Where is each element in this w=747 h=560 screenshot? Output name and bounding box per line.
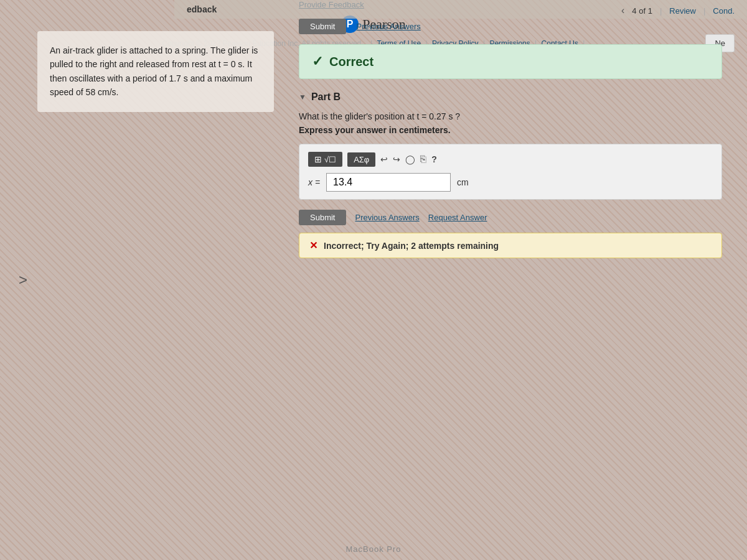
part-b-header: ▼ Part B <box>299 91 722 103</box>
incorrect-text: Incorrect; Try Again; 2 attempts remaini… <box>324 241 499 251</box>
incorrect-banner: ✕ Incorrect; Try Again; 2 attempts remai… <box>299 233 722 258</box>
refresh-icon[interactable]: ◯ <box>405 154 415 164</box>
content-area: Submit Previous Answers ✓ Correct ▼ Part… <box>299 19 722 448</box>
header-text: edback <box>187 4 217 14</box>
nav-separator2: | <box>703 6 705 16</box>
nav-separator: | <box>660 6 662 16</box>
request-answer-link[interactable]: Request Answer <box>428 213 487 222</box>
question-subtext: Express your answer in centimeters. <box>299 125 722 135</box>
math-toolbar: ⊞ √☐ ΑΣφ ↩ ↪ ◯ ⎘ ? <box>308 152 713 167</box>
prev-page-icon[interactable]: ‹ <box>621 5 624 16</box>
top-nav: ‹ 4 of 1 | Review | Cond. <box>621 5 735 16</box>
checkmark-icon: ✓ <box>312 54 323 70</box>
part-b-previous-answers-link[interactable]: Previous Answers <box>355 213 419 222</box>
cond-link[interactable]: Cond. <box>713 6 735 16</box>
answer-unit: cm <box>457 177 469 187</box>
ase-label: ΑΣφ <box>354 155 369 164</box>
part-b-label: Part B <box>311 91 341 103</box>
part-a-submit-button[interactable]: Submit <box>299 19 346 34</box>
keyboard-icon[interactable]: ⎘ <box>420 154 426 165</box>
part-a-previous-answers-link[interactable]: Previous Answers <box>356 22 420 31</box>
part-b-submit-bar: Submit Previous Answers Request Answer <box>299 210 722 225</box>
macbook-label: MacBook Pro <box>345 544 401 554</box>
part-b-submit-button[interactable]: Submit <box>299 210 346 225</box>
math-toolbar-sqrt-btn[interactable]: ⊞ √☐ <box>308 152 342 167</box>
answer-row: x = cm <box>308 173 713 192</box>
main-container: edback ‹ 4 of 1 | Review | Cond. Ne > An… <box>0 0 747 560</box>
answer-input[interactable] <box>326 173 451 192</box>
question-text: What is the glider's position at t = 0.2… <box>299 111 722 121</box>
sqrt-label: √☐ <box>324 155 336 164</box>
grid-icon: ⊞ <box>314 154 322 164</box>
problem-panel: An air-track glider is attached to a spr… <box>37 31 274 112</box>
correct-banner: ✓ Correct <box>299 44 722 79</box>
redo-icon[interactable]: ↪ <box>393 154 400 164</box>
left-nav-arrow[interactable]: > <box>19 271 27 289</box>
review-link[interactable]: Review <box>669 6 696 16</box>
answer-label: x = <box>308 177 320 187</box>
page-count: 4 of 1 <box>632 6 652 16</box>
answer-box: ⊞ √☐ ΑΣφ ↩ ↪ ◯ ⎘ ? x = cm <box>299 144 722 200</box>
help-icon[interactable]: ? <box>431 154 437 164</box>
triangle-icon: ▼ <box>299 93 306 101</box>
part-a-submit-bar: Submit Previous Answers <box>299 19 722 34</box>
undo-icon[interactable]: ↩ <box>380 154 388 164</box>
x-icon: ✕ <box>309 240 317 251</box>
problem-text: An air-track glider is attached to a spr… <box>50 44 261 100</box>
correct-text: Correct <box>329 55 374 69</box>
math-toolbar-ase-btn[interactable]: ΑΣφ <box>347 152 375 167</box>
